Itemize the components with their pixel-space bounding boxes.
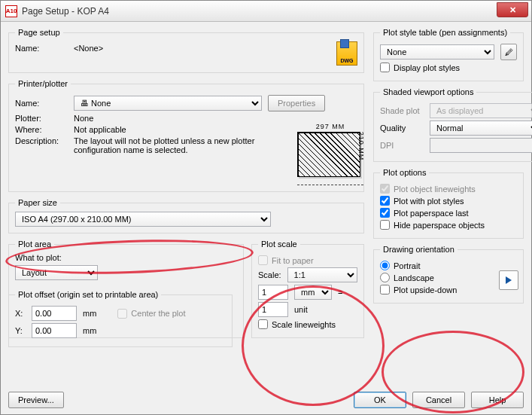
plot-style-legend: Plot style table (pen assignments) [380, 28, 510, 37]
plotter-value: None [74, 114, 93, 123]
scale-numerator-input[interactable] [258, 285, 288, 300]
scale-lineweights-checkbox[interactable] [258, 319, 268, 329]
paper-preview: 297 MM 210 MM [297, 123, 363, 185]
plot-with-styles-checkbox[interactable] [380, 196, 390, 206]
center-plot-checkbox[interactable] [117, 309, 127, 319]
display-plot-styles-checkbox[interactable] [380, 63, 390, 72]
plot-scale-group: Plot scale Fit to paper Scale:1:1 mm = u… [251, 240, 364, 338]
close-button[interactable]: ✕ [497, 2, 528, 17]
app-icon: A10 [5, 5, 17, 17]
x-unit: mm [83, 309, 96, 318]
window-title: Page Setup - KOP A4 [22, 6, 109, 17]
portrait-label: Portrait [394, 261, 420, 270]
plotter-label: Plotter: [15, 114, 68, 123]
fit-to-paper-label: Fit to paper [272, 256, 314, 265]
shade-plot-select[interactable]: As displayed [430, 103, 532, 118]
fit-to-paper-checkbox[interactable] [258, 255, 268, 265]
orientation-icon [499, 270, 518, 290]
preview-button[interactable]: Preview... [8, 392, 64, 408]
scale-equals: = [338, 288, 342, 297]
plot-lineweights-label: Plot object lineweights [394, 185, 476, 194]
paper-preview-width: 297 MM [297, 123, 363, 130]
plot-options-legend: Plot options [380, 168, 429, 177]
plot-options-group: Plot options Plot object lineweights Plo… [373, 168, 524, 239]
quality-select[interactable]: Normal [430, 121, 532, 136]
page-setup-dialog: A10 Page Setup - KOP A4 ✕ Page setup Nam… [0, 0, 532, 415]
y-label: Y: [15, 326, 26, 335]
where-label: Where: [15, 125, 68, 134]
quality-label: Quality [380, 124, 424, 133]
title-bar: A10 Page Setup - KOP A4 ✕ [1, 1, 531, 22]
scale-select[interactable]: 1:1 [287, 267, 357, 282]
pencil-icon: 🖉 [505, 47, 513, 56]
ok-button[interactable]: OK [354, 392, 406, 408]
pagesetup-name-value: <None> [74, 44, 103, 53]
desc-label: Description: [15, 136, 68, 145]
paper-preview-box: 210 MM [297, 132, 360, 177]
dpi-input[interactable] [430, 138, 532, 153]
page-setup-legend: Page setup [15, 28, 63, 37]
upside-down-label: Plot upside-down [394, 285, 457, 294]
pagesetup-name-label: Name: [15, 44, 68, 53]
desc-value: The layout will not be plotted unless a … [74, 136, 262, 154]
portrait-radio[interactable] [380, 261, 390, 270]
shaded-viewport-group: Shaded viewport options Shade plotAs dis… [373, 87, 532, 162]
paper-size-select[interactable]: ISO A4 (297.00 x 210.00 MM) [15, 212, 271, 227]
shaded-viewport-legend: Shaded viewport options [380, 87, 476, 96]
plot-style-group: Plot style table (pen assignments) None … [373, 28, 524, 81]
properties-button[interactable]: Properties [268, 95, 325, 111]
shade-plot-label: Shade plot [380, 106, 424, 115]
paper-preview-height: 210 MM [358, 132, 366, 161]
hide-paperspace-checkbox[interactable] [380, 220, 390, 230]
scale-unit-label: unit [294, 305, 308, 314]
where-value: Not applicable [74, 125, 126, 134]
printer-name-select[interactable]: 🖶 None [74, 96, 262, 111]
plot-paperspace-last-checkbox[interactable] [380, 208, 390, 218]
orientation-group: Drawing orientation Portrait Landscape P… [373, 245, 524, 304]
x-label: X: [15, 309, 26, 318]
y-unit: mm [83, 326, 96, 335]
page-setup-group: Page setup Name: <None> DWG [8, 28, 364, 73]
dpi-label: DPI [380, 141, 424, 150]
plot-area-legend: Plot area [15, 240, 54, 249]
printer-legend: Printer/plotter [15, 79, 71, 88]
plot-style-edit-button[interactable]: 🖉 [500, 44, 517, 60]
plot-offset-legend: Plot offset (origin set to printable are… [15, 290, 161, 299]
plot-scale-legend: Plot scale [258, 240, 300, 249]
scale-lineweights-label: Scale lineweights [272, 320, 336, 329]
scale-label: Scale: [258, 270, 281, 279]
printer-group: Printer/plotter Name: 🖶 None Properties … [8, 79, 364, 192]
plot-lineweights-checkbox[interactable] [380, 184, 390, 194]
display-plot-styles-label: Display plot styles [394, 63, 460, 72]
what-to-plot-label: What to plot: [15, 253, 237, 262]
plot-style-select[interactable]: None [380, 44, 494, 60]
y-offset-input[interactable] [32, 323, 77, 338]
dwg-icon: DWG [336, 41, 357, 66]
paper-size-group: Paper size ISO A4 (297.00 x 210.00 MM) [8, 198, 364, 233]
x-offset-input[interactable] [32, 306, 77, 321]
center-plot-label: Center the plot [131, 309, 185, 318]
scale-denominator-input[interactable] [258, 302, 288, 317]
printer-name-label: Name: [15, 99, 68, 108]
cancel-button[interactable]: Cancel [412, 392, 465, 408]
orientation-legend: Drawing orientation [380, 245, 458, 254]
help-button[interactable]: Help [471, 392, 524, 408]
what-to-plot-select[interactable]: Layout [15, 265, 98, 280]
paper-size-legend: Paper size [15, 198, 60, 207]
plot-offset-group: Plot offset (origin set to printable are… [8, 290, 233, 347]
upside-down-checkbox[interactable] [380, 285, 390, 294]
plot-with-styles-label: Plot with plot styles [394, 197, 464, 206]
close-icon: ✕ [509, 5, 516, 15]
landscape-label: Landscape [394, 273, 434, 282]
plot-paperspace-last-label: Plot paperspace last [394, 209, 469, 218]
dialog-buttons: Preview... OK Cancel Help [8, 392, 524, 408]
hide-paperspace-label: Hide paperspace objects [394, 221, 485, 230]
scale-unit-select[interactable]: mm [294, 285, 332, 300]
landscape-radio[interactable] [380, 273, 390, 282]
